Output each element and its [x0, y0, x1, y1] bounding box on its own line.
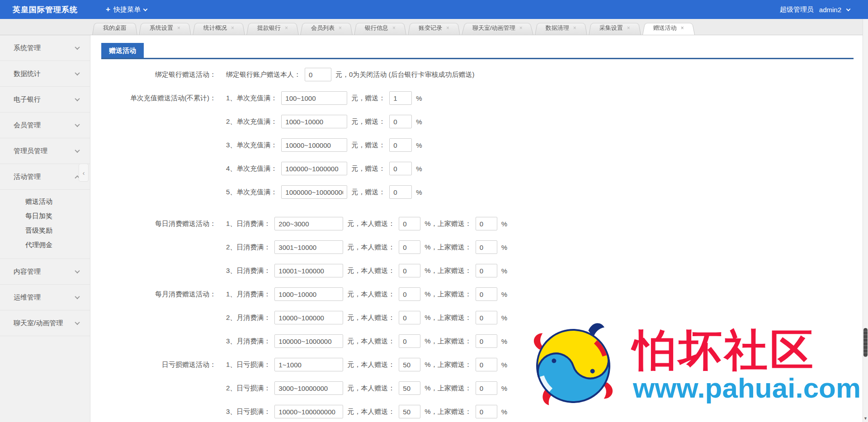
amount-input[interactable] [476, 217, 497, 230]
amount-input[interactable] [399, 381, 420, 395]
amount-input[interactable] [476, 405, 497, 418]
tab-label: 账变记录 [419, 24, 442, 31]
amount-input[interactable] [274, 240, 343, 254]
tab-close-icon[interactable]: × [681, 25, 684, 31]
sidebar-item[interactable]: 运维管理 [0, 285, 90, 310]
amount-input[interactable] [389, 185, 412, 199]
amount-input[interactable] [389, 115, 412, 128]
row-body: 3、日亏损满：元，本人赠送：%，上家赠送：% [226, 405, 507, 418]
amount-input[interactable] [476, 334, 497, 348]
row-body: 3、日消费满：元，本人赠送：%，上家赠送：% [226, 264, 507, 277]
sidebar-item-label: 会员管理 [14, 121, 41, 130]
amount-input[interactable] [305, 68, 331, 81]
form-row: 3、日消费满：元，本人赠送：%，上家赠送：% [101, 259, 868, 282]
amount-input[interactable] [399, 264, 420, 277]
amount-input[interactable] [399, 358, 420, 371]
amount-input[interactable] [399, 240, 420, 254]
amount-input[interactable] [274, 264, 343, 277]
tab-close-icon[interactable]: × [392, 25, 396, 31]
tab-item[interactable]: 账变记录× [408, 22, 460, 35]
sidebar-item[interactable]: 系统管理 [0, 35, 90, 61]
tab-item[interactable]: 采集设置× [589, 22, 641, 35]
amount-input[interactable] [399, 217, 420, 230]
amount-input[interactable] [399, 405, 420, 418]
tab-label: 银行信息 [365, 24, 388, 31]
tab-close-icon[interactable]: × [519, 25, 523, 31]
tab-item[interactable]: 银行信息× [354, 22, 406, 35]
amount-input[interactable] [274, 217, 343, 230]
amount-input[interactable] [476, 240, 497, 254]
sidebar-item[interactable]: 内容管理 [0, 259, 90, 285]
username-label: admin2 [819, 6, 841, 14]
field-text: %，上家赠送： [425, 361, 471, 369]
sidebar-subitem[interactable]: 晋级奖励 [0, 223, 90, 238]
tab-close-icon[interactable]: × [177, 25, 180, 31]
tab-item[interactable]: 会员列表× [300, 22, 353, 35]
amount-input[interactable] [476, 311, 497, 324]
amount-input[interactable] [274, 334, 343, 348]
scroll-down-arrow-icon[interactable]: ▼ [863, 415, 868, 422]
amount-input[interactable] [399, 287, 420, 301]
scrollbar[interactable]: ▼ [863, 19, 868, 422]
tab-item[interactable]: 系统设置× [139, 22, 191, 35]
tab-close-icon[interactable]: × [446, 25, 449, 31]
amount-input[interactable] [389, 162, 412, 175]
chevron-down-icon [75, 148, 80, 153]
amount-input[interactable] [274, 311, 343, 324]
scrollbar-thumb[interactable] [863, 328, 868, 357]
field-text: 4、单次充值满： [226, 164, 277, 173]
sidebar-subitem[interactable]: 赠送活动 [0, 194, 90, 209]
amount-input[interactable] [389, 138, 412, 152]
amount-input[interactable] [274, 287, 343, 301]
amount-input[interactable] [281, 138, 347, 152]
sidebar-item[interactable]: 电子银行 [0, 87, 90, 113]
amount-input[interactable] [476, 287, 497, 301]
chevron-down-icon [75, 320, 80, 325]
amount-input[interactable] [281, 91, 347, 105]
tab-close-icon[interactable]: × [573, 25, 576, 31]
app-title: 英皇国际管理系统 [13, 5, 78, 15]
amount-input[interactable] [389, 91, 412, 105]
sidebar-item[interactable]: 活动管理 [0, 164, 90, 190]
tab-item[interactable]: 聊天室/动画管理× [462, 22, 533, 35]
sidebar-item[interactable]: 数据统计 [0, 61, 90, 87]
sidebar-collapse-handle[interactable]: ‹ [79, 164, 89, 182]
amount-input[interactable] [281, 115, 347, 128]
user-menu[interactable]: 超级管理员 admin2 [780, 5, 850, 14]
tab-close-icon[interactable]: × [285, 25, 288, 31]
topbar: 英皇国际管理系统 + 快捷菜单 超级管理员 admin2 [0, 0, 868, 19]
tab-item[interactable]: 数据清理× [535, 22, 587, 35]
row-body: 4、单次充值满：元，赠送：% [226, 162, 422, 175]
tab-item[interactable]: 赠送活动× [642, 22, 695, 35]
quick-menu-button[interactable]: + 快捷菜单 [106, 5, 147, 14]
tab-gift-activity[interactable]: 赠送活动 [101, 43, 144, 58]
amount-input[interactable] [476, 264, 497, 277]
tab-close-icon[interactable]: × [627, 25, 630, 31]
field-text: 2、日亏损满： [226, 384, 270, 393]
sidebar-subitem[interactable]: 代理佣金 [0, 238, 90, 252]
tab-close-icon[interactable]: × [231, 25, 234, 31]
sidebar-subitem[interactable]: 每日加奖 [0, 209, 90, 223]
amount-input[interactable] [476, 381, 497, 395]
tab-label: 数据清理 [546, 24, 569, 31]
sidebar-item[interactable]: 会员管理 [0, 113, 90, 138]
amount-input[interactable] [274, 358, 343, 371]
sidebar-item[interactable]: 管理员管理 [0, 138, 90, 164]
amount-input[interactable] [281, 185, 347, 199]
amount-input[interactable] [399, 311, 420, 324]
row-body: 3、月消费满：元，本人赠送：%，上家赠送：% [226, 334, 507, 348]
tab-close-icon[interactable]: × [339, 25, 342, 31]
tab-item[interactable]: 我的桌面 [92, 22, 137, 35]
amount-input[interactable] [476, 358, 497, 371]
tab-item[interactable]: 提款银行× [246, 22, 299, 35]
amount-input[interactable] [281, 162, 347, 175]
amount-input[interactable] [399, 334, 420, 348]
sidebar-item[interactable]: 聊天室/动画管理 [0, 310, 90, 336]
amount-input[interactable] [274, 381, 343, 395]
row-body: 2、日亏损满：元，本人赠送：%，上家赠送：% [226, 381, 507, 395]
tab-label: 系统设置 [150, 24, 173, 31]
section-label: 单次充值赠送活动(不累计)： [101, 94, 216, 103]
amount-input[interactable] [274, 405, 343, 418]
field-text: 3、单次充值满： [226, 141, 277, 150]
tab-item[interactable]: 统计概况× [193, 22, 245, 35]
